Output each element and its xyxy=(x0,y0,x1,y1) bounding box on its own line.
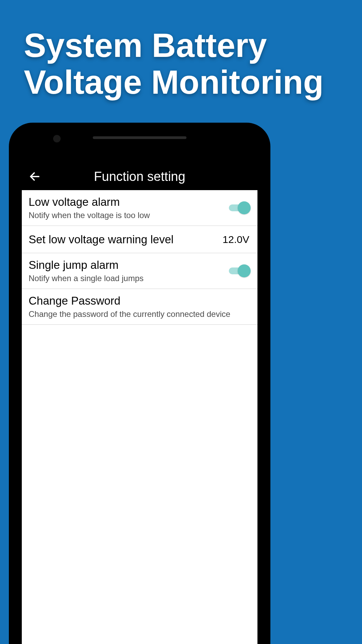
setting-low-voltage-level[interactable]: Set low voltage warning level 12.0V xyxy=(22,226,257,253)
setting-text: Set low voltage warning level xyxy=(29,233,223,246)
setting-title: Single jump alarm xyxy=(29,259,229,272)
setting-title: Set low voltage warning level xyxy=(29,233,223,246)
setting-title: Change Password xyxy=(29,294,251,307)
toggle-knob xyxy=(238,264,251,277)
setting-text: Low voltage alarm Notify when the voltag… xyxy=(29,196,229,220)
low-voltage-alarm-toggle[interactable] xyxy=(229,201,251,214)
setting-low-voltage-alarm[interactable]: Low voltage alarm Notify when the voltag… xyxy=(22,190,257,226)
setting-change-password[interactable]: Change Password Change the password of t… xyxy=(22,289,257,325)
phone-speaker xyxy=(93,136,187,139)
phone-screen: Function setting Low voltage alarm Notif… xyxy=(22,163,257,644)
setting-subtitle: Notify when the voltage is too low xyxy=(29,211,229,220)
setting-single-jump-alarm[interactable]: Single jump alarm Notify when a single l… xyxy=(22,253,257,289)
setting-title: Low voltage alarm xyxy=(29,196,229,209)
setting-text: Single jump alarm Notify when a single l… xyxy=(29,259,229,283)
phone-frame: Function setting Low voltage alarm Notif… xyxy=(9,123,270,644)
settings-list: Low voltage alarm Notify when the voltag… xyxy=(22,190,257,644)
setting-subtitle: Change the password of the currently con… xyxy=(29,309,251,319)
setting-subtitle: Notify when a single load jumps xyxy=(29,274,229,283)
phone-camera xyxy=(53,135,61,142)
low-voltage-level-value: 12.0V xyxy=(223,234,251,245)
app-header: Function setting xyxy=(22,163,257,190)
promo-title-line2: Voltage Monitoring xyxy=(24,63,324,101)
single-jump-alarm-toggle[interactable] xyxy=(229,264,251,277)
promo-title-line1: System Battery xyxy=(24,27,267,64)
page-title: Function setting xyxy=(27,169,253,184)
setting-text: Change Password Change the password of t… xyxy=(29,294,251,319)
toggle-knob xyxy=(238,201,251,214)
promo-title: System Battery Voltage Monitoring xyxy=(0,0,362,101)
